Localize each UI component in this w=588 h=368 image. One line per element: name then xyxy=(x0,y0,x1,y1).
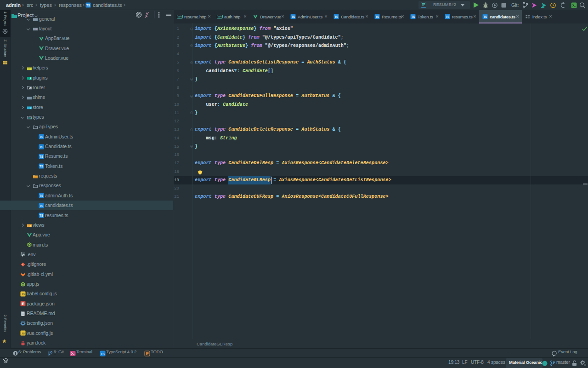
svg-text:TS: TS xyxy=(86,4,90,7)
svg-text:JS: JS xyxy=(22,293,25,296)
svg-text:TS: TS xyxy=(40,135,44,138)
svg-text:TS: TS xyxy=(334,15,339,18)
svg-text:TS: TS xyxy=(101,352,105,356)
svg-text:TS: TS xyxy=(28,116,31,119)
svg-text:TS: TS xyxy=(375,15,379,18)
svg-text:TS: TS xyxy=(40,214,44,217)
svg-text:TS: TS xyxy=(40,204,44,207)
svg-text:JS: JS xyxy=(22,333,25,335)
svg-text:TS: TS xyxy=(483,15,487,18)
svg-text:TS: TS xyxy=(411,15,415,18)
svg-text:TS: TS xyxy=(40,165,44,168)
svg-text:API: API xyxy=(178,16,181,18)
svg-text:TS: TS xyxy=(40,155,44,158)
svg-text:TS: TS xyxy=(40,145,44,149)
svg-text:TS: TS xyxy=(291,15,295,18)
svg-text:TS: TS xyxy=(40,194,44,197)
svg-text:API: API xyxy=(218,16,221,18)
svg-text:TS: TS xyxy=(446,15,450,18)
